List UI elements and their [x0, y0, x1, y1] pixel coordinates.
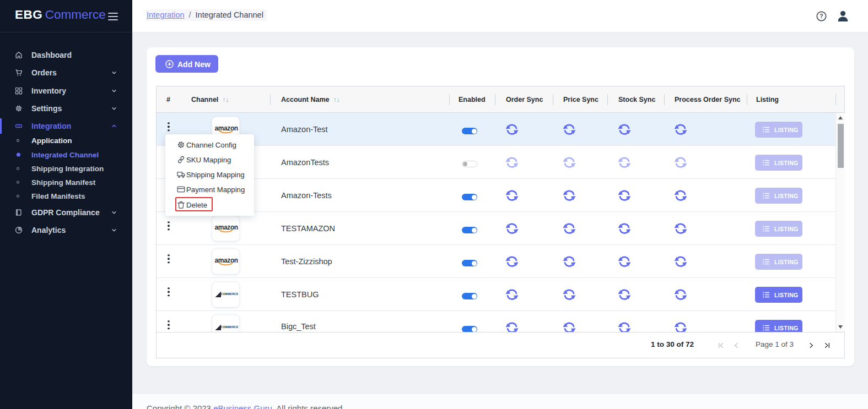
svg-text:?: ? — [820, 13, 823, 19]
